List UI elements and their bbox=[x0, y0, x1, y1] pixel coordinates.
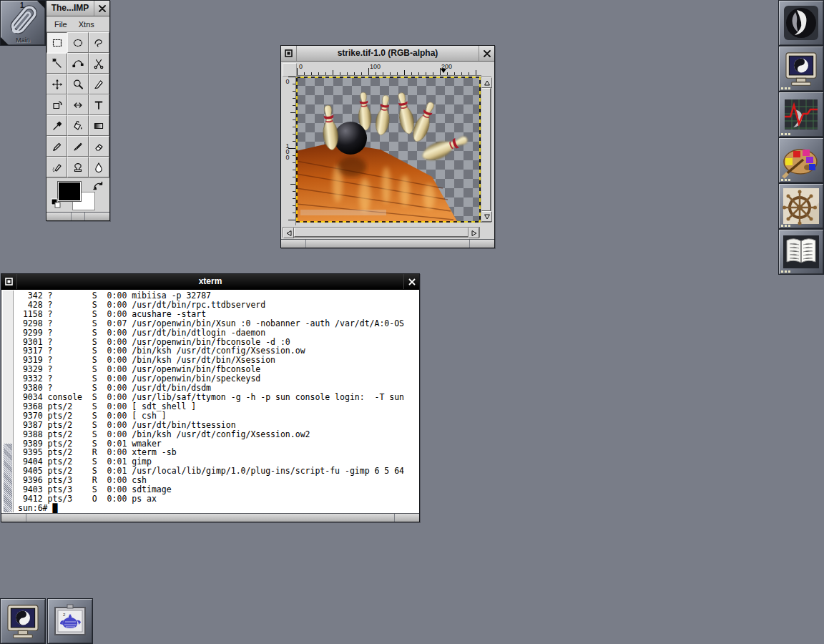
rect-select-icon bbox=[52, 37, 63, 49]
horizontal-scrollbar[interactable] bbox=[283, 227, 480, 238]
running-dots bbox=[781, 133, 790, 135]
image-window-resizebar[interactable] bbox=[281, 239, 494, 248]
xterm-close-button[interactable] bbox=[403, 274, 419, 289]
open-book-icon bbox=[779, 230, 823, 274]
xterm-resizebar[interactable] bbox=[1, 513, 419, 522]
foreground-color-swatch[interactable] bbox=[58, 182, 81, 201]
tool-magnify[interactable] bbox=[67, 74, 88, 94]
tool-rect-select[interactable] bbox=[46, 32, 67, 53]
dock-item-wmaker[interactable] bbox=[778, 0, 824, 46]
tool-move[interactable] bbox=[46, 74, 67, 94]
dock-item-palette[interactable] bbox=[778, 137, 824, 183]
hruler-label-100: 100 bbox=[370, 63, 381, 70]
menu-xtns[interactable]: Xtns bbox=[79, 20, 94, 29]
down-triangle-icon bbox=[484, 214, 490, 220]
dock-item-system-monitor[interactable] bbox=[778, 92, 824, 137]
tool-transform[interactable] bbox=[46, 94, 67, 115]
tool-fuzzy-select[interactable] bbox=[46, 53, 67, 74]
vscroll-thumb[interactable] bbox=[481, 88, 491, 211]
xterm-titlebar[interactable]: xterm bbox=[1, 274, 419, 290]
running-dots bbox=[781, 87, 790, 89]
workspace-clip[interactable]: 1 Main bbox=[0, 0, 46, 46]
scroll-up-arrow[interactable] bbox=[481, 77, 492, 88]
tool-ellipse-select[interactable] bbox=[67, 32, 88, 53]
toolbox-close-button[interactable] bbox=[94, 1, 109, 16]
tool-free-select[interactable] bbox=[89, 32, 109, 53]
tool-color-picker[interactable] bbox=[46, 115, 67, 136]
swap-colors-button[interactable] bbox=[93, 181, 103, 194]
tool-blend[interactable] bbox=[89, 115, 109, 136]
xterm-scrollbar-thumb[interactable] bbox=[4, 444, 12, 512]
tool-pencil[interactable] bbox=[46, 136, 67, 157]
appicon-image-viewer[interactable]: 2 bbox=[47, 598, 93, 644]
dock bbox=[778, 0, 824, 275]
tool-paintbrush[interactable] bbox=[67, 136, 88, 157]
heartbeat-monitor-icon bbox=[779, 92, 823, 137]
monitor-terminal-icon bbox=[1, 599, 45, 643]
menu-file[interactable]: File bbox=[54, 20, 67, 29]
default-colors-button[interactable] bbox=[51, 198, 61, 211]
dock-item-terminal[interactable] bbox=[778, 46, 824, 92]
image-window-miniaturize-button[interactable] bbox=[281, 46, 297, 61]
workspace-label: Main bbox=[1, 36, 45, 44]
xterm-scrollbar[interactable] bbox=[3, 291, 14, 512]
appicon-xterm[interactable] bbox=[0, 598, 46, 644]
lasso-icon bbox=[93, 37, 104, 49]
scissors-icon bbox=[93, 58, 104, 69]
tool-text[interactable] bbox=[89, 94, 109, 115]
transform-icon bbox=[52, 99, 63, 111]
bowling-strike-image bbox=[296, 77, 481, 223]
vertical-scrollbar[interactable] bbox=[481, 77, 491, 223]
running-dots bbox=[781, 179, 790, 181]
dock-item-helm[interactable] bbox=[778, 183, 824, 229]
pencil-icon bbox=[52, 141, 63, 152]
ship-wheel-icon bbox=[779, 184, 823, 228]
ruler-corner-button[interactable] bbox=[283, 63, 297, 77]
image-window-close-button[interactable] bbox=[479, 46, 494, 61]
appicon-area: 2 bbox=[0, 598, 93, 644]
tool-grid bbox=[46, 32, 109, 177]
image-window-titlebar[interactable]: strike.tif-1.0 (RGB-alpha) bbox=[281, 46, 494, 62]
flip-icon bbox=[72, 99, 84, 111]
teapot-image-viewer-icon: 2 bbox=[48, 599, 92, 643]
scroll-left-arrow[interactable] bbox=[283, 228, 294, 238]
scroll-down-arrow[interactable] bbox=[481, 211, 492, 222]
tool-airbrush[interactable] bbox=[46, 157, 67, 177]
paint-bucket-icon bbox=[72, 120, 84, 132]
tool-scissors[interactable] bbox=[89, 53, 109, 74]
tool-convolve[interactable] bbox=[89, 157, 109, 177]
tool-eraser[interactable] bbox=[89, 136, 109, 157]
tool-bezier-select[interactable] bbox=[67, 53, 88, 74]
scroll-right-arrow[interactable] bbox=[469, 228, 479, 238]
close-icon bbox=[99, 5, 106, 12]
tool-flip[interactable] bbox=[67, 94, 88, 115]
image-canvas[interactable] bbox=[296, 77, 481, 223]
miniaturize-icon bbox=[5, 278, 13, 286]
toolbox-resizebar[interactable] bbox=[46, 212, 109, 220]
swap-arrow-icon bbox=[93, 181, 103, 191]
horizontal-ruler[interactable]: 0 100 200 bbox=[297, 63, 481, 76]
vruler-label-0: 0 bbox=[284, 78, 291, 84]
dock-item-book[interactable] bbox=[778, 229, 824, 275]
xterm-miniaturize-button[interactable] bbox=[1, 274, 17, 289]
close-icon bbox=[408, 278, 416, 286]
hscroll-thumb[interactable] bbox=[294, 228, 469, 237]
tool-clone[interactable] bbox=[67, 157, 88, 177]
tool-bucket-fill[interactable] bbox=[67, 115, 88, 136]
xterm-content[interactable]: 342 ? S 0:00 mibiisa -p 32787 428 ? S 0:… bbox=[1, 290, 419, 513]
workspace-number: 1 bbox=[20, 1, 24, 9]
color-area bbox=[46, 177, 109, 212]
toolbox-titlebar[interactable]: The...IMP bbox=[46, 1, 109, 16]
magic-wand-icon bbox=[52, 58, 63, 69]
magnifier-icon bbox=[72, 79, 84, 90]
text-icon bbox=[93, 99, 104, 111]
vertical-ruler[interactable]: 0 100 bbox=[283, 77, 296, 225]
hruler-ticks bbox=[297, 63, 481, 75]
tool-crop[interactable] bbox=[89, 74, 109, 94]
xterm-window: xterm 342 ? S 0:00 mibiisa -p 32787 428 … bbox=[1, 273, 420, 522]
default-colors-icon bbox=[51, 198, 61, 208]
wmaker-logo-icon bbox=[779, 1, 823, 45]
xterm-title: xterm bbox=[17, 274, 403, 289]
hruler-label-200: 200 bbox=[441, 63, 452, 70]
running-dots bbox=[781, 270, 790, 273]
